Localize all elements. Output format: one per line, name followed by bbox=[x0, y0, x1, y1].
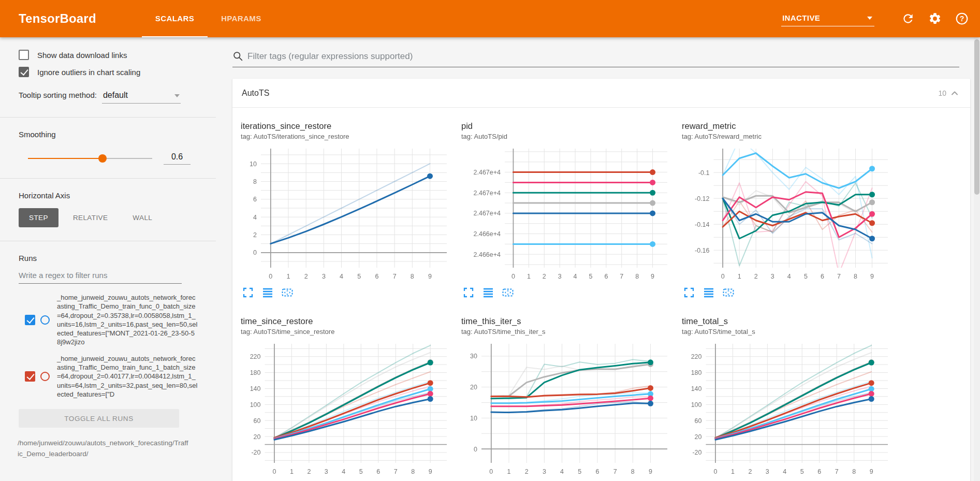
svg-text:2.466e+4: 2.466e+4 bbox=[474, 251, 501, 258]
svg-text:-20: -20 bbox=[692, 449, 701, 456]
run-checkbox-icon[interactable] bbox=[25, 315, 35, 325]
tag-group-header[interactable]: AutoTS 10 bbox=[232, 79, 970, 108]
scrollbar[interactable] bbox=[974, 37, 980, 481]
divider bbox=[0, 241, 216, 241]
dropdown-caret-icon bbox=[867, 17, 872, 20]
svg-text:4: 4 bbox=[574, 273, 577, 280]
log-scale-icon[interactable] bbox=[482, 286, 494, 299]
svg-text:10: 10 bbox=[470, 415, 477, 422]
chart-plot[interactable]: 01020300123456789 bbox=[461, 340, 674, 478]
smoothing-label: Smoothing bbox=[19, 130, 200, 139]
svg-text:2.467e+4: 2.467e+4 bbox=[474, 169, 501, 176]
chart-title: time_total_s bbox=[682, 316, 902, 326]
chart-plot[interactable]: -0.1-0.12-0.14-0.160123456789 bbox=[682, 144, 894, 283]
expand-chart-icon[interactable] bbox=[683, 286, 695, 299]
tooltip-sort-value: default bbox=[103, 91, 128, 99]
app-title: TensorBoard bbox=[19, 11, 96, 26]
fit-domain-icon[interactable] bbox=[281, 286, 294, 299]
chevron-up-icon bbox=[949, 88, 960, 98]
checkbox-icon[interactable] bbox=[19, 50, 29, 60]
tag-filter-input[interactable]: Filter tags (regular expressions support… bbox=[247, 51, 413, 62]
svg-text:2: 2 bbox=[754, 273, 758, 280]
checkbox-ignore-outliers[interactable]: Ignore outliers in chart scaling bbox=[19, 67, 200, 77]
runs-filter-input[interactable]: Write a regex to filter runs bbox=[19, 271, 182, 284]
svg-text:-0.16: -0.16 bbox=[695, 247, 710, 254]
log-scale-icon[interactable] bbox=[703, 286, 715, 299]
svg-text:2: 2 bbox=[543, 273, 546, 280]
svg-text:2: 2 bbox=[525, 468, 529, 475]
app-header: TensorBoard SCALARS HPARAMS INACTIVE ? bbox=[0, 0, 980, 37]
run-checkbox-icon[interactable] bbox=[25, 371, 35, 382]
svg-text:30: 30 bbox=[470, 353, 477, 360]
tab-scalars[interactable]: SCALARS bbox=[142, 0, 208, 37]
checkbox-icon[interactable] bbox=[19, 67, 29, 77]
expand-chart-icon[interactable] bbox=[462, 286, 475, 299]
divider bbox=[0, 178, 216, 179]
svg-text:2.467e+4: 2.467e+4 bbox=[474, 190, 501, 197]
svg-text:4: 4 bbox=[560, 468, 564, 475]
refresh-icon bbox=[901, 12, 915, 25]
svg-text:220: 220 bbox=[691, 353, 702, 360]
fit-domain-icon[interactable] bbox=[502, 286, 514, 299]
chart-tag: tag: AutoTS/reward_metric bbox=[682, 133, 902, 140]
svg-text:140: 140 bbox=[691, 385, 702, 392]
scrollbar-thumb[interactable] bbox=[974, 39, 979, 195]
chart-tile-time_this_iter_s: time_this_iter_s tag: AutoTS/time_this_i… bbox=[461, 316, 682, 481]
chart-plot[interactable]: 02468100123456789 bbox=[241, 144, 453, 283]
svg-text:7: 7 bbox=[620, 273, 623, 280]
axis-button-step[interactable]: STEP bbox=[19, 208, 58, 227]
tag-filter-bar[interactable]: Filter tags (regular expressions support… bbox=[232, 51, 959, 67]
expand-chart-icon[interactable] bbox=[242, 286, 254, 299]
axis-button-wall[interactable]: WALL bbox=[122, 208, 163, 227]
svg-text:5: 5 bbox=[800, 468, 804, 475]
settings-button[interactable] bbox=[928, 12, 942, 25]
svg-text:-20: -20 bbox=[251, 449, 260, 456]
svg-text:1: 1 bbox=[527, 273, 531, 280]
chart-title: reward_metric bbox=[682, 121, 902, 131]
run-radio-icon[interactable] bbox=[40, 372, 50, 381]
slider-thumb[interactable] bbox=[98, 154, 107, 163]
fit-domain-icon[interactable] bbox=[722, 286, 735, 299]
svg-text:0: 0 bbox=[713, 468, 717, 475]
run-list-item-0[interactable]: _home_junweid_zouwu_autots_network_forec… bbox=[19, 293, 200, 347]
svg-text:1: 1 bbox=[287, 273, 290, 280]
svg-text:4: 4 bbox=[340, 273, 343, 280]
svg-text:6: 6 bbox=[821, 273, 824, 280]
svg-text:-0.1: -0.1 bbox=[698, 169, 710, 177]
svg-text:2: 2 bbox=[304, 273, 308, 280]
svg-text:4: 4 bbox=[342, 468, 345, 475]
axis-button-relative[interactable]: RELATIVE bbox=[63, 208, 118, 227]
tag-group-collapse[interactable]: 10 bbox=[938, 88, 960, 98]
run-radio-icon[interactable] bbox=[40, 315, 50, 325]
log-scale-icon[interactable] bbox=[261, 286, 274, 299]
chart-tag: tag: AutoTS/iterations_since_restore bbox=[241, 133, 461, 140]
chart-plot[interactable]: 2.467e+42.467e+42.467e+42.466e+42.466e+4… bbox=[461, 144, 674, 283]
chart-count: 10 bbox=[938, 89, 946, 97]
svg-text:9: 9 bbox=[429, 468, 432, 475]
svg-text:60: 60 bbox=[695, 417, 702, 425]
tab-hparams[interactable]: HPARAMS bbox=[208, 0, 275, 37]
refresh-button[interactable] bbox=[901, 12, 915, 25]
help-button[interactable]: ? bbox=[955, 12, 969, 25]
smoothing-value[interactable]: 0.6 bbox=[164, 152, 191, 165]
svg-text:1: 1 bbox=[731, 468, 735, 475]
run-list-item-1[interactable]: _home_junweid_zouwu_autots_network_forec… bbox=[19, 354, 200, 399]
svg-text:8: 8 bbox=[635, 273, 639, 280]
settings-gear-icon bbox=[928, 12, 942, 25]
tooltip-sort-label: Tooltip sorting method: bbox=[19, 91, 97, 99]
dropdown-caret-icon bbox=[174, 94, 180, 97]
charts-grid: iterations_since_restore tag: AutoTS/ite… bbox=[232, 108, 970, 481]
svg-text:6: 6 bbox=[595, 468, 599, 475]
tooltip-sort-dropdown[interactable]: default bbox=[102, 91, 181, 104]
checkbox-show-download-links[interactable]: Show data download links bbox=[19, 50, 200, 60]
status-dropdown[interactable]: INACTIVE bbox=[781, 11, 874, 26]
toggle-all-runs-button[interactable]: TOGGLE ALL RUNS bbox=[19, 409, 179, 428]
help-icon: ? bbox=[955, 12, 969, 25]
svg-text:-0.14: -0.14 bbox=[695, 221, 710, 228]
svg-text:3: 3 bbox=[543, 468, 546, 475]
chart-plot[interactable]: -2020601001401802200123456789 bbox=[241, 340, 453, 478]
chart-plot[interactable]: -2020601001401802200123456789 bbox=[682, 340, 894, 478]
smoothing-slider[interactable] bbox=[28, 158, 152, 159]
svg-text:8: 8 bbox=[854, 273, 857, 280]
search-icon bbox=[232, 51, 243, 62]
